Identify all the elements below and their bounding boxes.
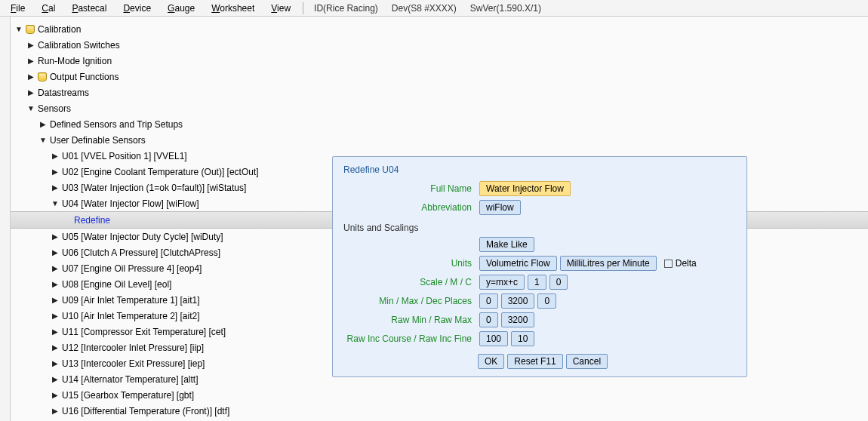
menubar: File Cal Pastecal Device Gauge Worksheet… — [0, 0, 868, 17]
delta-label: Delta — [676, 258, 697, 269]
scale-m[interactable]: 1 — [528, 275, 546, 290]
tree-node-u09[interactable]: ▶U09 [Air Inlet Temperature 1] [ait1] — [50, 293, 202, 308]
collapse-icon[interactable]: ▶ — [51, 356, 59, 371]
tree-node-u12[interactable]: ▶U12 [Intercooler Inlet Pressure] [iip] — [50, 340, 205, 355]
collapse-icon[interactable]: ▶ — [51, 164, 59, 180]
inc-course[interactable]: 100 — [479, 331, 508, 346]
collapse-icon[interactable]: ▶ — [27, 54, 35, 69]
tree-label: Datastreams — [38, 85, 89, 100]
abbr-value[interactable]: wiFlow — [479, 200, 521, 215]
collapse-icon[interactable]: ▶ — [51, 309, 59, 324]
expand-icon[interactable]: ▼ — [51, 196, 59, 211]
menu-separator — [303, 2, 303, 14]
units-label: Units — [343, 258, 479, 269]
ok-button[interactable]: OK — [478, 354, 504, 369]
tree-label: U03 [Water Injection (1=ok 0=fault)] [wi… — [62, 180, 246, 195]
tree-label: U09 [Air Inlet Temperature 1] [ait1] — [62, 293, 200, 308]
min-value[interactable]: 0 — [479, 293, 498, 309]
inc-fine[interactable]: 10 — [511, 331, 534, 346]
tree-node-u01[interactable]: ▶U01 [VVEL Position 1] [VVEL1] — [50, 149, 189, 164]
tree-label: U12 [Intercooler Inlet Pressure] [iip] — [62, 340, 204, 355]
tree-label: Sensors — [38, 101, 71, 116]
tree-node-output[interactable]: ▶Output Functions — [26, 69, 120, 85]
tree-node-u14[interactable]: ▶U14 [Alternator Temperature] [altt] — [50, 372, 200, 387]
tree-node-u15[interactable]: ▶U15 [Gearbox Temperature] [gbt] — [50, 388, 195, 403]
collapse-icon[interactable]: ▶ — [51, 261, 59, 276]
tree-node-u05[interactable]: ▶U05 [Water Injector Duty Cycle] [wiDuty… — [50, 229, 225, 244]
collapse-icon[interactable]: ▶ — [51, 388, 59, 403]
scale-formula[interactable]: y=mx+c — [479, 275, 525, 290]
scale-label: Scale / M / C — [343, 277, 479, 287]
tree-node-redefine[interactable]: ▶Redefine — [62, 213, 112, 228]
tree-node-u16[interactable]: ▶U16 [Differential Temperature (Front)] … — [50, 404, 231, 419]
menu-device[interactable]: Device — [117, 2, 157, 15]
tree-node-u13[interactable]: ▶U13 [Intercooler Exit Pressure] [iep] — [50, 356, 206, 371]
expand-icon[interactable]: ▼ — [39, 133, 47, 148]
collapse-icon[interactable]: ▶ — [51, 293, 59, 308]
collapse-icon[interactable]: ▶ — [51, 180, 59, 195]
collapse-icon[interactable]: ▶ — [27, 85, 35, 100]
collapse-icon[interactable]: ▶ — [51, 229, 59, 244]
raw-label: Raw Min / Raw Max — [343, 315, 479, 325]
dialog-title: Redefine U04 — [343, 164, 736, 175]
info-sw: SwVer(1.590.X/1) — [466, 2, 546, 15]
make-like-button[interactable]: Make Like — [479, 237, 534, 252]
tree-label: U10 [Air Inlet Temperature 2] [ait2] — [62, 309, 200, 324]
units-value-2[interactable]: MilliLitres per Minute — [560, 256, 657, 271]
raw-max[interactable]: 3200 — [501, 312, 535, 327]
collapse-icon[interactable]: ▶ — [51, 277, 59, 292]
tree-label: U13 [Intercooler Exit Pressure] [iep] — [62, 356, 205, 371]
tree-label: U15 [Gearbox Temperature] [gbt] — [62, 388, 194, 403]
tree-label: U06 [Clutch A Pressure] [ClutchAPress] — [62, 245, 220, 260]
collapse-icon[interactable]: ▶ — [51, 372, 59, 387]
tree-label: Run-Mode Ignition — [38, 54, 112, 69]
collapse-icon[interactable]: ▶ — [51, 404, 59, 419]
max-value[interactable]: 3200 — [501, 293, 535, 309]
tree-label: U11 [Compressor Exit Temperature] [cet] — [62, 324, 226, 340]
menu-gauge[interactable]: Gauge — [162, 2, 201, 15]
tree-node-sensors[interactable]: ▼Sensors — [26, 101, 72, 116]
reset-button[interactable]: Reset F11 — [507, 354, 562, 369]
tree-node-u06[interactable]: ▶U06 [Clutch A Pressure] [ClutchAPress] — [50, 245, 222, 260]
tree-label: U07 [Engine Oil Pressure 4] [eop4] — [62, 261, 202, 276]
tree-node-u10[interactable]: ▶U10 [Air Inlet Temperature 2] [ait2] — [50, 309, 202, 324]
collapse-icon[interactable]: ▶ — [51, 245, 59, 260]
tree-node-u07[interactable]: ▶U07 [Engine Oil Pressure 4] [eop4] — [50, 261, 203, 276]
tree-label: U08 [Engine Oil Level] [eol] — [62, 277, 171, 292]
tree-node-u03[interactable]: ▶U03 [Water Injection (1=ok 0=fault)] [w… — [50, 180, 248, 195]
menu-pastecal[interactable]: Pastecal — [66, 2, 112, 15]
collapse-icon[interactable]: ▶ — [27, 69, 35, 85]
tree-node-u02[interactable]: ▶U02 [Engine Coolant Temperature (Out)] … — [50, 164, 260, 180]
tree-node-user-definable[interactable]: ▼User Definable Sensors — [38, 133, 147, 148]
menu-file[interactable]: File — [5, 2, 31, 15]
collapse-icon[interactable]: ▶ — [27, 38, 35, 53]
menu-view[interactable]: View — [265, 2, 297, 15]
tree-label: User Definable Sensors — [50, 133, 146, 148]
collapse-icon[interactable]: ▶ — [51, 149, 59, 164]
tree-node-cal-switches[interactable]: ▶Calibration Switches — [26, 38, 122, 53]
expand-icon[interactable]: ▼ — [27, 101, 35, 116]
tree-node-datastreams[interactable]: ▶Datastreams — [26, 85, 91, 100]
full-name-value[interactable]: Water Injector Flow — [479, 181, 571, 196]
delta-checkbox[interactable]: Delta — [664, 258, 697, 269]
tree-node-runmode[interactable]: ▶Run-Mode Ignition — [26, 54, 113, 69]
collapse-icon[interactable]: ▶ — [51, 324, 59, 340]
tree-label: U02 [Engine Coolant Temperature (Out)] [… — [62, 164, 259, 180]
menu-worksheet[interactable]: Worksheet — [205, 2, 260, 15]
tree-node-defined-sensors[interactable]: ▶Defined Sensors and Trip Setups — [38, 117, 184, 132]
expand-icon[interactable]: ▼ — [15, 22, 23, 37]
shield-icon — [26, 25, 35, 34]
menu-cal[interactable]: Cal — [35, 2, 61, 15]
cancel-button[interactable]: Cancel — [566, 354, 608, 369]
scale-c[interactable]: 0 — [549, 275, 568, 290]
tree-node-calibration[interactable]: ▼ Calibration — [14, 22, 82, 37]
collapse-icon[interactable]: ▶ — [39, 117, 47, 132]
tree-label: Defined Sensors and Trip Setups — [50, 117, 183, 132]
collapse-icon[interactable]: ▶ — [51, 340, 59, 355]
tree-node-u08[interactable]: ▶U08 [Engine Oil Level] [eol] — [50, 277, 173, 292]
tree-node-u11[interactable]: ▶U11 [Compressor Exit Temperature] [cet] — [50, 324, 227, 340]
dec-places[interactable]: 0 — [537, 293, 556, 309]
units-value-1[interactable]: Volumetric Flow — [479, 256, 557, 271]
tree-node-u04[interactable]: ▼U04 [Water Injector Flow] [wiFlow] — [50, 196, 201, 211]
raw-min[interactable]: 0 — [479, 312, 498, 327]
